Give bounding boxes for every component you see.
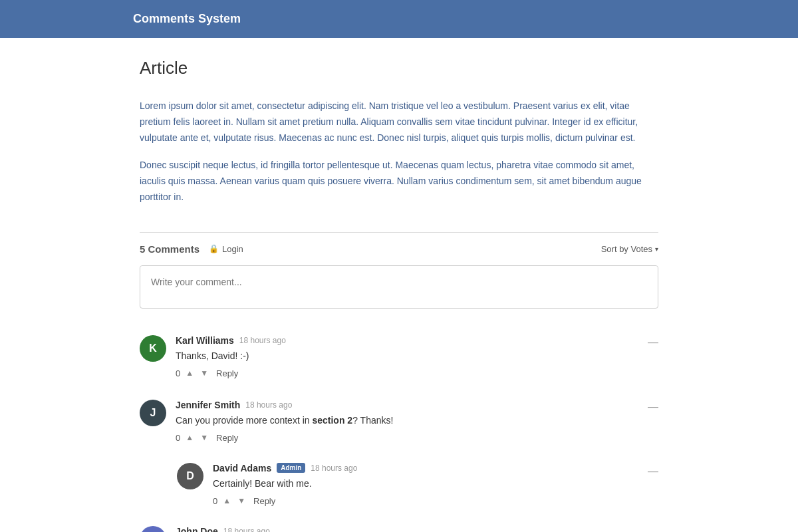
comment-input[interactable]: [140, 266, 658, 306]
chevron-down-icon: ▾: [655, 245, 658, 253]
comment-meta: Jennifer Smith 18 hours ago: [176, 400, 658, 410]
comment-meta: Karl Williams 18 hours ago: [176, 335, 658, 346]
upvote-button[interactable]: ▲: [221, 496, 232, 505]
comment-time: 18 hours ago: [239, 336, 286, 345]
comment-actions: 0 ▲ ▼ Reply: [213, 496, 658, 506]
comment-body: Karl Williams 18 hours ago Thanks, David…: [176, 335, 658, 378]
collapse-button[interactable]: —: [648, 527, 658, 532]
avatar: D: [177, 463, 203, 489]
comments-count: 5 Comments: [140, 243, 200, 255]
comment-body: John Doe 18 hours ago 0 ▲ ▼ Reply: [176, 526, 658, 532]
comments-left: 5 Comments 🔒 Login: [140, 243, 243, 255]
collapse-button[interactable]: —: [648, 401, 658, 413]
comments-header: 5 Comments 🔒 Login Sort by Votes ▾: [140, 243, 658, 255]
article-paragraph-2: Donec suscipit neque lectus, id fringill…: [140, 158, 658, 205]
comment-actions: 0 ▲ ▼ Reply: [176, 368, 658, 378]
login-label: Login: [222, 244, 243, 254]
comment-author: David Adams: [213, 463, 271, 473]
comment-actions: 0 ▲ ▼ Reply: [176, 433, 658, 443]
upvote-button[interactable]: ▲: [184, 368, 195, 378]
sort-button[interactable]: Sort by Votes ▾: [601, 244, 658, 254]
comment-text: Certainly! Bear with me.: [213, 477, 658, 491]
admin-badge: Admin: [277, 463, 305, 473]
vote-count: 0: [176, 368, 180, 378]
comment-time: 18 hours ago: [223, 527, 270, 532]
article-title: Article: [140, 58, 658, 78]
comments-list: K Karl Williams 18 hours ago Thanks, Dav…: [140, 325, 658, 532]
app-title: Comments System: [133, 12, 798, 26]
comment-time: 18 hours ago: [311, 464, 357, 473]
avatar: J: [140, 400, 166, 426]
sort-label: Sort by Votes: [601, 244, 652, 254]
comment-item: K Karl Williams 18 hours ago Thanks, Dav…: [140, 325, 658, 389]
comment-time: 18 hours ago: [245, 400, 292, 410]
downvote-button[interactable]: ▼: [199, 433, 209, 442]
lock-icon: 🔒: [209, 244, 219, 253]
comment-reply-item: D David Adams Admin 18 hours ago Certain…: [177, 454, 658, 515]
comment-body: Jennifer Smith 18 hours ago Can you prov…: [176, 400, 658, 443]
reply-button[interactable]: Reply: [216, 368, 238, 378]
comment-item: J John Doe 18 hours ago 0 ▲ ▼ Reply —: [140, 515, 658, 532]
comment-body: David Adams Admin 18 hours ago Certainly…: [213, 463, 658, 506]
reply-button[interactable]: Reply: [216, 433, 238, 443]
comment-text: Thanks, David! :-): [176, 349, 658, 363]
comment-author: Jennifer Smith: [176, 400, 240, 410]
login-button[interactable]: 🔒 Login: [209, 244, 243, 254]
collapse-button[interactable]: —: [648, 466, 658, 477]
comment-meta: John Doe 18 hours ago: [176, 526, 658, 532]
app-header: Comments System: [0, 0, 798, 38]
vote-count: 0: [213, 496, 217, 506]
comment-text: Can you provide more context in section …: [176, 414, 658, 428]
collapse-button[interactable]: —: [648, 336, 658, 348]
vote-count: 0: [176, 433, 180, 443]
article-paragraph-1: Lorem ipsum dolor sit amet, consectetur …: [140, 98, 658, 146]
avatar: K: [140, 335, 166, 362]
comment-author: John Doe: [176, 526, 218, 532]
downvote-button[interactable]: ▼: [236, 496, 247, 505]
comment-meta: David Adams Admin 18 hours ago: [213, 463, 658, 473]
upvote-button[interactable]: ▲: [184, 433, 195, 442]
downvote-button[interactable]: ▼: [199, 368, 209, 378]
reply-button[interactable]: Reply: [253, 496, 275, 506]
section-divider: [140, 232, 658, 233]
article-body: Lorem ipsum dolor sit amet, consectetur …: [140, 98, 658, 205]
comment-item: J Jennifer Smith 18 hours ago Can you pr…: [140, 389, 658, 454]
comment-author: Karl Williams: [176, 335, 234, 346]
avatar: J: [140, 526, 166, 532]
comment-input-wrapper[interactable]: [140, 265, 658, 309]
main-content: Article Lorem ipsum dolor sit amet, cons…: [126, 38, 672, 532]
